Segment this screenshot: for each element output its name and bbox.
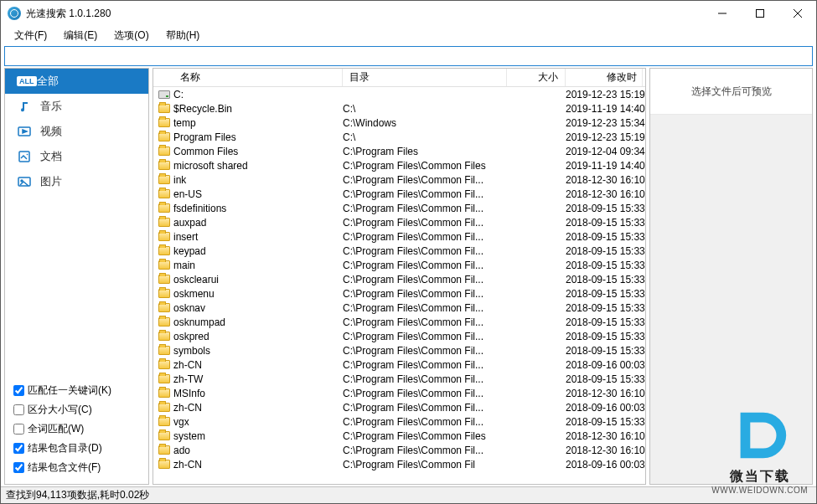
folder-icon	[158, 175, 170, 184]
option-incdir[interactable]: 结果包含目录(D)	[13, 439, 140, 458]
file-mtime: 2019-12-04 09:34:	[566, 146, 643, 157]
titlebar: 光速搜索 1.0.1.280	[1, 1, 816, 26]
option-anykw[interactable]: 匹配任一关键词(K)	[13, 381, 140, 400]
file-mtime: 2018-09-16 00:03:	[566, 359, 643, 371]
file-mtime: 2019-12-23 15:19:	[566, 131, 643, 143]
category-video[interactable]: 视频	[5, 119, 148, 144]
folder-icon	[158, 104, 170, 113]
file-row[interactable]: vgxC:\Program Files\Common Fil...2018-09…	[153, 414, 645, 429]
folder-icon	[158, 417, 170, 426]
file-row[interactable]: microsoft sharedC:\Program Files\Common …	[153, 158, 645, 172]
category-image[interactable]: 图片	[5, 169, 148, 194]
menubar: 文件(F) 编辑(E) 选项(O) 帮助(H)	[1, 26, 816, 44]
file-row[interactable]: C:2019-12-23 15:19:	[153, 87, 645, 101]
menu-help[interactable]: 帮助(H)	[158, 27, 209, 44]
file-row[interactable]: en-USC:\Program Files\Common Fil...2018-…	[153, 187, 645, 201]
file-name: C:	[173, 89, 343, 100]
folder-icon	[158, 275, 170, 284]
folder-icon	[158, 147, 170, 156]
option-label: 区分大小写(C)	[28, 403, 92, 417]
option-label: 匹配任一关键词(K)	[28, 383, 111, 398]
file-row[interactable]: Common FilesC:\Program Files2019-12-04 0…	[153, 144, 645, 158]
file-row[interactable]: oskmenuC:\Program Files\Common Fil...201…	[153, 286, 645, 301]
file-row[interactable]: Program FilesC:\2019-12-23 15:19:	[153, 130, 645, 144]
file-name: Common Files	[173, 146, 343, 157]
file-mtime: 2019-11-19 14:40:	[566, 103, 643, 115]
checkbox-incfile[interactable]	[13, 462, 24, 473]
option-label: 结果包含文件(F)	[28, 460, 101, 475]
file-name: symbols	[173, 345, 343, 357]
col-name[interactable]: 名称	[173, 69, 343, 86]
file-list[interactable]: C:2019-12-23 15:19:$Recycle.BinC:\2019-1…	[153, 87, 645, 484]
category-label: 音乐	[40, 99, 62, 114]
menu-option[interactable]: 选项(O)	[106, 27, 157, 44]
file-dir: C:\Program Files\Common Fil...	[343, 373, 507, 385]
col-mtime[interactable]: 修改时	[566, 69, 643, 86]
col-dir[interactable]: 目录	[343, 69, 507, 86]
maximize-button[interactable]	[741, 1, 778, 26]
file-row[interactable]: keypadC:\Program Files\Common Fil...2018…	[153, 244, 645, 258]
file-dir: C:\Program Files\Common Fil...	[343, 345, 507, 357]
file-row[interactable]: osknavC:\Program Files\Common Fil...2018…	[153, 301, 645, 315]
file-dir: C:\Program Files\Common Files	[343, 160, 507, 172]
folder-icon	[158, 289, 170, 298]
file-name: ink	[173, 174, 343, 186]
file-row[interactable]: osknumpadC:\Program Files\Common Fil...2…	[153, 315, 645, 329]
checkbox-whole[interactable]	[13, 424, 24, 435]
file-dir: C:\Program Files\Common Fil...	[343, 274, 507, 285]
file-mtime: 2018-12-30 16:10:	[566, 445, 643, 456]
option-case[interactable]: 区分大小写(C)	[13, 400, 140, 419]
file-name: $Recycle.Bin	[173, 103, 343, 115]
category-music[interactable]: 音乐	[5, 94, 148, 119]
col-icon[interactable]	[153, 69, 173, 86]
file-mtime: 2018-09-15 15:33:	[566, 331, 643, 342]
category-label: 全部	[37, 74, 59, 89]
category-all[interactable]: ALL全部	[5, 69, 148, 94]
file-row[interactable]: oskpredC:\Program Files\Common Fil...201…	[153, 329, 645, 343]
category-doc[interactable]: 文档	[5, 144, 148, 169]
file-row[interactable]: MSInfoC:\Program Files\Common Fil...2018…	[153, 386, 645, 400]
col-size[interactable]: 大小	[507, 69, 566, 86]
file-row[interactable]: adoC:\Program Files\Common Fil...2018-12…	[153, 443, 645, 457]
preview-hint: 选择文件后可预览	[650, 69, 812, 115]
file-row[interactable]: zh-CNC:\Program Files\Common Fil...2018-…	[153, 400, 645, 414]
minimize-button[interactable]	[703, 1, 741, 26]
file-name: zh-TW	[173, 373, 343, 385]
file-row[interactable]: symbolsC:\Program Files\Common Fil...201…	[153, 343, 645, 357]
menu-file[interactable]: 文件(F)	[6, 27, 55, 44]
search-input[interactable]	[5, 47, 812, 65]
file-row[interactable]: auxpadC:\Program Files\Common Fil...2018…	[153, 215, 645, 229]
file-mtime: 2019-11-19 14:40:	[566, 160, 643, 172]
folder-icon	[158, 317, 170, 327]
folder-icon	[158, 332, 170, 341]
file-row[interactable]: inkC:\Program Files\Common Fil...2018-12…	[153, 172, 645, 187]
file-row[interactable]: fsdefinitionsC:\Program Files\Common Fil…	[153, 201, 645, 215]
file-row[interactable]: systemC:\Program Files\Common Files2018-…	[153, 429, 645, 443]
file-row[interactable]: insertC:\Program Files\Common Fil...2018…	[153, 229, 645, 244]
file-row[interactable]: zh-CNC:\Program Files\Common Fil...2018-…	[153, 357, 645, 372]
file-mtime: 2018-12-30 16:10:	[566, 188, 643, 200]
file-dir: C:\Program Files\Common Fil	[343, 459, 507, 471]
file-row[interactable]: tempC:\Windows2019-12-23 15:34:	[153, 116, 645, 130]
menu-edit[interactable]: 编辑(E)	[55, 27, 106, 44]
option-whole[interactable]: 全词匹配(W)	[13, 419, 140, 439]
checkbox-anykw[interactable]	[13, 385, 24, 396]
file-mtime: 2019-12-23 15:34:	[566, 117, 643, 129]
file-mtime: 2018-09-15 15:33:	[566, 245, 643, 257]
svg-point-7	[21, 180, 23, 182]
file-row[interactable]: oskclearuiC:\Program Files\Common Fil...…	[153, 272, 645, 286]
file-row[interactable]: zh-TWC:\Program Files\Common Fil...2018-…	[153, 372, 645, 386]
file-row[interactable]: zh-CNC:\Program Files\Common Fil2018-09-…	[153, 457, 645, 471]
file-row[interactable]: $Recycle.BinC:\2019-11-19 14:40:	[153, 101, 645, 116]
folder-icon	[158, 374, 170, 383]
folder-icon	[158, 445, 170, 455]
file-name: zh-CN	[173, 402, 343, 414]
close-button[interactable]	[778, 1, 816, 26]
option-incfile[interactable]: 结果包含文件(F)	[13, 458, 140, 477]
checkbox-case[interactable]	[13, 404, 24, 415]
file-dir: C:\Program Files\Common Fil...	[343, 331, 507, 342]
folder-icon	[158, 218, 170, 227]
checkbox-incdir[interactable]	[13, 443, 24, 454]
file-dir: C:\Program Files\Common Fil...	[343, 203, 507, 214]
file-row[interactable]: mainC:\Program Files\Common Fil...2018-0…	[153, 258, 645, 272]
